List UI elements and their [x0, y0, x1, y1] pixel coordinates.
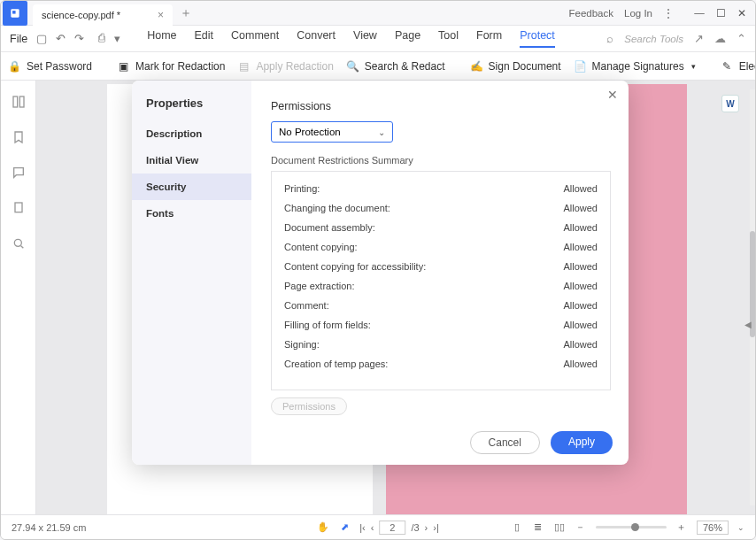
minimize-button[interactable]: ― [693, 7, 706, 19]
page-total: /3 [411, 522, 419, 533]
permissions-heading: Permissions [271, 100, 611, 112]
login-link[interactable]: Log In [624, 8, 652, 19]
close-tab-icon[interactable]: × [158, 9, 164, 21]
restriction-row: Content copying for accessibility:Allowe… [284, 257, 598, 276]
search-icon[interactable]: ⌕ [606, 33, 613, 45]
restriction-row: Changing the document:Allowed [284, 198, 598, 218]
search-panel-icon[interactable] [12, 236, 26, 254]
restriction-row: Content copying:Allowed [284, 237, 598, 257]
restriction-row: Printing:Allowed [284, 179, 598, 198]
tab-security[interactable]: Security [132, 174, 251, 200]
left-sidebar [1, 81, 36, 514]
permissions-pill-button: Permissions [271, 397, 347, 415]
manage-signatures-button[interactable]: 📄Manage Signatures▾ [574, 59, 696, 73]
attachment-icon[interactable] [12, 201, 26, 219]
dialog-title: Properties [132, 96, 251, 120]
single-page-icon[interactable]: ▯ [511, 521, 523, 534]
svg-rect-3 [19, 96, 24, 107]
restrictions-box: Printing:Allowed Changing the document:A… [271, 171, 611, 390]
apply-button[interactable]: Apply [551, 431, 613, 454]
next-page-icon[interactable]: › [425, 522, 428, 533]
search-tools-input[interactable]: Search Tools [624, 34, 683, 44]
undo-icon[interactable]: ↶ [56, 32, 66, 45]
tab-fonts[interactable]: Fonts [132, 200, 251, 227]
new-tab-button[interactable]: ＋ [180, 5, 192, 21]
word-export-icon[interactable]: W [721, 95, 739, 112]
signatures-icon: 📄 [574, 59, 587, 73]
restriction-row: Document assembly:Allowed [284, 218, 598, 237]
collapse-ribbon-icon[interactable]: ⌃ [737, 32, 746, 45]
restriction-row: Filling of form fields:Allowed [284, 315, 598, 335]
tab-filename: science-copy.pdf * [42, 10, 120, 20]
electronic-button[interactable]: ✎Elec› [721, 59, 755, 73]
sign-document-button[interactable]: ✍Sign Document [470, 59, 561, 73]
file-tab[interactable]: science-copy.pdf * × [33, 4, 173, 26]
comment-panel-icon[interactable] [12, 166, 26, 183]
sign-document-label: Sign Document [489, 60, 561, 73]
maximize-button[interactable]: ☐ [714, 7, 727, 19]
zoom-in-icon[interactable]: ＋ [675, 521, 688, 534]
dropdown-icon[interactable]: ▾ [114, 32, 120, 45]
manage-sigs-label: Manage Signatures [592, 60, 684, 73]
print-icon[interactable]: ⎙ [98, 32, 105, 45]
quick-icons: ▢ ↶ ↷ ⎙ ▾ [36, 32, 120, 45]
menu-form[interactable]: Form [476, 29, 502, 48]
redact-mark-icon: ▣ [117, 59, 130, 73]
restrictions-summary-label: Document Restrictions Summary [271, 155, 611, 166]
first-page-icon[interactable]: |‹ [359, 522, 366, 533]
thumbnails-icon[interactable] [12, 95, 26, 112]
hand-tool-icon[interactable]: ✋ [317, 521, 329, 534]
elec-label: Elec [739, 60, 755, 73]
main-menu: File ▢ ↶ ↷ ⎙ ▾ Home Edit Comment Convert… [1, 26, 755, 52]
kebab-icon[interactable]: ⋮ [663, 7, 674, 19]
dialog-sidebar: Properties Description Initial View Secu… [132, 81, 251, 465]
apply-redaction-button: ▤Apply Redaction [237, 59, 333, 73]
zoom-slider-thumb[interactable] [631, 523, 639, 531]
statusbar-right: ▯ ≣ ▯▯ － ＋ 76% ⌄ [511, 521, 744, 535]
permissions-select[interactable]: No Protection ⌄ [271, 121, 393, 143]
cancel-button[interactable]: Cancel [470, 431, 540, 454]
bookmark-icon[interactable] [12, 130, 26, 148]
select-tool-icon[interactable]: ⬈ [338, 521, 351, 534]
prev-page-icon[interactable]: ‹ [371, 522, 374, 533]
two-page-icon[interactable]: ▯▯ [553, 521, 566, 534]
zoom-out-icon[interactable]: － [575, 521, 587, 534]
menu-convert[interactable]: Convert [297, 29, 336, 48]
redo-icon[interactable]: ↷ [74, 32, 84, 45]
chevron-down-icon: ▾ [691, 62, 696, 71]
menu-edit[interactable]: Edit [195, 29, 214, 48]
menu-tool[interactable]: Tool [438, 29, 459, 48]
menu-comment[interactable]: Comment [231, 29, 279, 48]
feedback-link[interactable]: Feedback [569, 8, 614, 19]
close-window-button[interactable]: ✕ [736, 7, 748, 19]
title-right: Feedback Log In ⋮ ― ☐ ✕ [569, 7, 749, 19]
protect-ribbon: 🔒Set Password ▣Mark for Redaction ▤Apply… [1, 52, 755, 81]
file-menu[interactable]: File [10, 33, 27, 45]
mark-redaction-button[interactable]: ▣Mark for Redaction [117, 59, 225, 73]
continuous-icon[interactable]: ≣ [532, 521, 544, 534]
menu-page[interactable]: Page [395, 29, 420, 48]
restriction-row: Signing:Allowed [284, 335, 598, 354]
restriction-row: Page extraction:Allowed [284, 276, 598, 296]
apply-redaction-label: Apply Redaction [256, 60, 333, 73]
share-icon[interactable]: ↗ [694, 32, 704, 45]
zoom-value[interactable]: 76% [697, 521, 729, 535]
restriction-row: Comment:Allowed [284, 296, 598, 315]
save-icon[interactable]: ▢ [36, 32, 47, 45]
zoom-chevron-icon[interactable]: ⌄ [737, 523, 744, 532]
cloud-icon[interactable]: ☁ [714, 32, 726, 45]
dialog-content: Permissions No Protection ⌄ Document Res… [251, 81, 629, 465]
set-password-button[interactable]: 🔒Set Password [8, 59, 92, 73]
search-redact-label: Search & Redact [365, 60, 445, 73]
page-current-input[interactable]: 2 [379, 521, 405, 535]
zoom-slider[interactable] [596, 526, 667, 528]
tab-initial-view[interactable]: Initial View [132, 147, 251, 174]
expand-right-icon[interactable]: ◀ [744, 320, 752, 329]
menu-view[interactable]: View [353, 29, 377, 48]
esign-icon: ✎ [721, 59, 734, 73]
menu-protect[interactable]: Protect [520, 29, 555, 48]
tab-description[interactable]: Description [132, 120, 251, 147]
last-page-icon[interactable]: ›| [433, 522, 439, 533]
menu-home[interactable]: Home [147, 29, 176, 48]
search-redact-button[interactable]: 🔍Search & Redact [346, 59, 445, 73]
